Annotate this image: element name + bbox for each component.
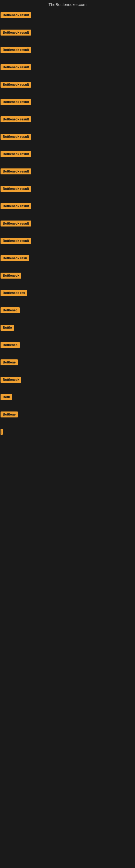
bottleneck-item: Bottlenec bbox=[1, 305, 134, 322]
bottleneck-badge[interactable]: Bottleneck result bbox=[1, 116, 31, 122]
bottleneck-item: Bottleneck result bbox=[1, 166, 134, 184]
bottleneck-item: Bottlene bbox=[1, 357, 134, 375]
bottleneck-badge[interactable]: | bbox=[1, 429, 3, 435]
bottleneck-badge[interactable]: Bottle bbox=[1, 325, 14, 331]
bottleneck-badge[interactable]: Bottlenec bbox=[1, 307, 20, 313]
bottleneck-item: Bottleneck result bbox=[1, 97, 134, 114]
bottleneck-item: Bottleneck result bbox=[1, 45, 134, 62]
bottleneck-badge[interactable]: Bottleneck res bbox=[1, 290, 27, 296]
bottleneck-item: Bottleneck result bbox=[1, 201, 134, 218]
bottleneck-badge[interactable]: Bottleneck result bbox=[1, 82, 31, 88]
bottleneck-item: B bbox=[1, 606, 134, 624]
bottleneck-badge[interactable]: Bottleneck resu bbox=[1, 255, 29, 261]
bottleneck-badge[interactable]: Bottleneck result bbox=[1, 168, 31, 175]
bottleneck-badge[interactable]: Bottleneck result bbox=[1, 186, 31, 192]
bottleneck-item: Bottlenec bbox=[1, 340, 134, 357]
bottleneck-item: Bottleneck resu bbox=[1, 253, 134, 271]
bottleneck-item bbox=[1, 444, 134, 463]
bottleneck-badge[interactable]: Bottleneck result bbox=[1, 151, 31, 157]
bottleneck-badge[interactable]: Bottleneck result bbox=[1, 238, 31, 244]
bottleneck-item: Bottleneck result bbox=[1, 27, 134, 45]
bottleneck-badge[interactable]: Bottleneck result bbox=[1, 30, 31, 35]
bottleneck-badge[interactable]: Bottlenec bbox=[1, 342, 20, 348]
bottleneck-badge[interactable]: Bottleneck result bbox=[1, 99, 31, 105]
bottleneck-badge[interactable]: Bottleneck result bbox=[1, 47, 31, 53]
bottleneck-item: Bottleneck result bbox=[1, 131, 134, 149]
bottleneck-item bbox=[1, 518, 134, 536]
bottleneck-item: Bottleneck res bbox=[1, 288, 134, 305]
bottleneck-badge[interactable]: Bottleneck result bbox=[1, 220, 31, 226]
site-title: TheBottlenecker.com bbox=[49, 2, 87, 7]
bottleneck-item bbox=[1, 571, 134, 606]
bottleneck-badge[interactable]: Bottleneck result bbox=[1, 134, 31, 140]
bottleneck-item: Bottle bbox=[1, 322, 134, 340]
bottleneck-item: Bottleneck bbox=[1, 271, 134, 288]
bottleneck-item bbox=[1, 499, 134, 518]
bottleneck-badge[interactable]: Bottleneck result bbox=[1, 203, 31, 209]
bottleneck-item: Bottleneck result bbox=[1, 184, 134, 201]
bottleneck-item: Bottleneck result bbox=[1, 218, 134, 236]
bottleneck-item: Bottleneck result bbox=[1, 236, 134, 253]
bottleneck-badge[interactable]: Bottleneck bbox=[1, 377, 21, 383]
bottleneck-item: Bottleneck result bbox=[1, 62, 134, 80]
bottleneck-badge[interactable]: Bottlene bbox=[1, 411, 18, 417]
bottleneck-item bbox=[1, 481, 134, 499]
bottleneck-badge[interactable]: Bottleneck bbox=[1, 273, 21, 279]
bottleneck-item: Bottleneck bbox=[1, 375, 134, 392]
bottleneck-item: | bbox=[1, 427, 134, 444]
bottleneck-item: Bottlene bbox=[1, 409, 134, 427]
bottleneck-item bbox=[1, 463, 134, 481]
bottleneck-badge[interactable]: Bottleneck result bbox=[1, 12, 31, 18]
bottleneck-badge[interactable]: Bottlene bbox=[1, 360, 18, 365]
bottleneck-item: Bottleneck result bbox=[1, 80, 134, 97]
bottleneck-badge[interactable]: Bottleneck result bbox=[1, 64, 31, 70]
bottleneck-item: Bottleneck result bbox=[1, 114, 134, 131]
bottleneck-item bbox=[1, 536, 134, 571]
bottleneck-item: Bottleneck result bbox=[1, 149, 134, 166]
bottleneck-item: Bottl bbox=[1, 392, 134, 409]
bottleneck-item: Bottleneck result bbox=[1, 10, 134, 27]
bottleneck-badge[interactable]: Bottl bbox=[1, 394, 12, 400]
